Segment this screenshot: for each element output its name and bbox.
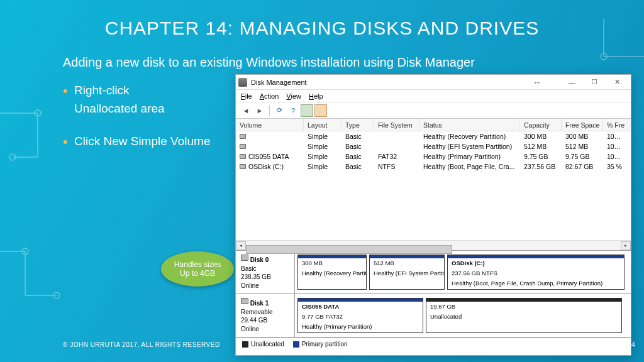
bullet-2: Click New Simple Volume <box>63 133 210 151</box>
partition-unallocated[interactable]: 19.67 GBUnallocated <box>426 298 622 333</box>
disk-panel: Disk 1Removable29.44 GBOnlineCIS055 DATA… <box>236 294 631 337</box>
app-icon <box>238 78 247 87</box>
callout-bubble: Handles sizes Up to 4GB <box>161 251 234 287</box>
menu-action[interactable]: Action <box>260 92 279 100</box>
col-type[interactable]: Type <box>341 119 374 131</box>
scroll-right-button[interactable]: ▸ <box>621 241 631 250</box>
disk-label[interactable]: Disk 1Removable29.44 GBOnline <box>236 294 295 337</box>
help-button[interactable]: ? <box>287 104 299 117</box>
view-bottom-button[interactable] <box>314 104 327 117</box>
col-volume[interactable]: Volume <box>236 119 304 131</box>
slide-title: CHAPTER 14: MANAGING DISKS AND DRIVES <box>0 18 644 39</box>
footer-copyright: © JOHN URRUTIA 2017, ALL RIGHTS RESERVED <box>63 341 220 348</box>
menu-help[interactable]: Help <box>309 92 323 100</box>
window-titlebar[interactable]: Disk Management ↔ — ☐ ✕ <box>236 75 631 90</box>
refresh-button[interactable]: ⟳ <box>273 104 286 117</box>
col-fs[interactable]: File System <box>374 119 419 131</box>
volume-row[interactable]: OSDisk (C:)SimpleBasicNTFSHealthy (Boot,… <box>236 162 631 172</box>
volume-row[interactable]: SimpleBasicHealthy (Recovery Partition)3… <box>236 131 631 141</box>
volume-body[interactable]: SimpleBasicHealthy (Recovery Partition)3… <box>236 131 631 240</box>
volume-row[interactable]: CIS055 DATASimpleBasicFAT32Healthy (Prim… <box>236 151 631 162</box>
disk-management-window: Disk Management ↔ — ☐ ✕ File Action View… <box>235 74 631 356</box>
col-free[interactable]: Free Space <box>562 119 603 131</box>
col-status[interactable]: Status <box>419 119 520 131</box>
legend-swatch-unallocated <box>242 341 248 348</box>
volume-row[interactable]: SimpleBasicHealthy (EFI System Partition… <box>236 141 631 151</box>
scroll-left-button[interactable]: ◂ <box>236 241 246 250</box>
close-button[interactable]: ✕ <box>606 75 628 89</box>
menu-view[interactable]: View <box>286 92 301 100</box>
volume-list-pane: Volume Layout Type File System Status Ca… <box>236 119 631 251</box>
volume-header-row: Volume Layout Type File System Status Ca… <box>236 119 631 131</box>
legend-swatch-primary <box>293 341 299 348</box>
back-button[interactable]: ◄ <box>240 104 252 117</box>
window-title: Disk Management <box>251 79 307 86</box>
col-capacity[interactable]: Capacity <box>520 119 562 131</box>
maximize-button[interactable]: ☐ <box>583 75 606 89</box>
minimize-button[interactable]: — <box>560 75 583 89</box>
slide-subtitle: Adding a new disk to an existing Windows… <box>63 55 619 70</box>
partition-primary[interactable]: 512 MBHealthy (EFI System Partitio <box>369 255 445 290</box>
menu-file[interactable]: File <box>241 92 252 100</box>
disk-panel: Disk 0Basic238.35 GBOnline300 MBHealthy … <box>236 251 631 294</box>
bullet-1: Right-click Unallocated area <box>63 82 210 118</box>
col-layout[interactable]: Layout <box>304 119 341 131</box>
view-top-button[interactable] <box>301 104 313 117</box>
menu-bar: File Action View Help <box>236 90 631 102</box>
restore-hint-icon: ↔ <box>533 77 541 87</box>
legend: Unallocated Primary partition <box>236 337 631 350</box>
partition-primary[interactable]: 300 MBHealthy (Recovery Partit <box>297 255 367 290</box>
disk-graphic-pane: Disk 0Basic238.35 GBOnline300 MBHealthy … <box>236 251 631 337</box>
toolbar: ◄ ► ⟳ ? <box>236 102 631 119</box>
bullet-list: Right-click Unallocated area Click New S… <box>63 82 210 166</box>
partition-primary[interactable]: OSDisk (C:)237.56 GB NTFSHealthy (Boot, … <box>447 255 625 290</box>
disk-label[interactable]: Disk 0Basic238.35 GBOnline <box>236 251 295 293</box>
forward-button[interactable]: ► <box>253 104 266 117</box>
horizontal-scrollbar[interactable]: ◂ ▸ <box>236 240 631 250</box>
scroll-thumb[interactable] <box>246 245 452 254</box>
col-pct[interactable]: % Fre <box>603 119 628 131</box>
partition-primary[interactable]: CIS055 DATA9.77 GB FAT32Healthy (Primary… <box>297 298 423 333</box>
